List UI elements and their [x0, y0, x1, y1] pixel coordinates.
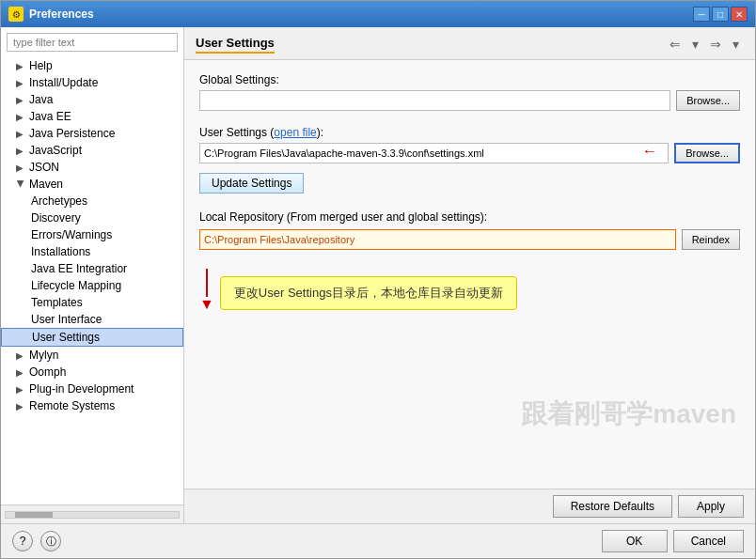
local-repo-row: Reindex	[199, 229, 740, 250]
ok-button[interactable]: OK	[602, 530, 668, 552]
global-settings-label: Global Settings:	[199, 73, 740, 86]
sidebar-label: Help	[29, 59, 53, 72]
nav-buttons: ⇐ ▾ ⇒ ▾	[665, 35, 744, 54]
minimize-button[interactable]: ─	[693, 7, 710, 22]
nav-forward-button[interactable]: ⇒	[705, 35, 726, 54]
right-panel: User Settings ⇐ ▾ ⇒ ▾ Global Settings: B…	[184, 27, 755, 523]
expand-arrow: ▶	[16, 61, 25, 71]
sidebar-label: Plug-in Development	[29, 382, 134, 396]
user-settings-suffix: ):	[317, 126, 323, 139]
sidebar: ▶ Help ▶ Install/Update ▶ Java ▶ Java EE…	[1, 27, 184, 523]
annotation-group: ▼ 更改User Settings目录后，本地仓库目录自动更新	[199, 265, 740, 312]
expand-arrow: ▶	[16, 179, 26, 189]
local-repo-group: Local Repository (From merged user and g…	[199, 210, 740, 250]
help-button[interactable]: ?	[12, 531, 33, 551]
sidebar-label: Mylyn	[29, 349, 58, 362]
expand-arrow: ▶	[16, 367, 25, 378]
update-settings-button[interactable]: Update Settings	[199, 173, 304, 194]
user-settings-input[interactable]	[199, 143, 669, 163]
apply-button[interactable]: Apply	[678, 495, 744, 518]
browse-user-button[interactable]: Browse...	[674, 143, 740, 163]
local-repo-label: Local Repository (From merged user and g…	[199, 210, 740, 224]
expand-arrow: ▶	[16, 129, 25, 139]
sidebar-label: User Settings	[32, 331, 100, 344]
global-settings-input[interactable]	[199, 90, 670, 111]
panel-title: User Settings	[196, 36, 275, 54]
sidebar-item-plugin-dev[interactable]: ▶ Plug-in Development	[1, 380, 183, 397]
sidebar-item-maven[interactable]: ▶ Maven	[1, 176, 183, 193]
sidebar-item-templates[interactable]: Templates	[1, 294, 183, 311]
sidebar-label: JavaScript	[29, 144, 82, 157]
arrow-down-icon: ▼	[199, 297, 214, 312]
sidebar-label: Lifecycle Mapping	[31, 279, 121, 292]
sidebar-label: Java EE Integratior	[31, 262, 127, 275]
user-settings-group: User Settings (open file): Browse...	[199, 126, 740, 163]
maximize-button[interactable]: □	[712, 7, 729, 22]
restore-defaults-button[interactable]: Restore Defaults	[553, 495, 672, 518]
window-icon: ⚙	[8, 7, 24, 22]
expand-arrow: ▶	[16, 112, 25, 122]
sidebar-item-errors-warnings[interactable]: Errors/Warnings	[1, 226, 183, 243]
sidebar-item-java-ee-integration[interactable]: Java EE Integratior	[1, 260, 183, 277]
nav-forward-dropdown-button[interactable]: ▾	[728, 35, 744, 54]
sidebar-item-remote-systems[interactable]: ▶ Remote Systems	[1, 397, 183, 414]
annotation-box: 更改User Settings目录后，本地仓库目录自动更新	[220, 276, 517, 310]
sidebar-label: Remote Systems	[29, 399, 115, 412]
expand-arrow: ▶	[16, 146, 25, 156]
sidebar-label: Archetypes	[31, 194, 87, 208]
scroll-thumb	[15, 512, 53, 518]
horizontal-scrollbar[interactable]	[5, 511, 180, 519]
panel-action-bar: Restore Defaults Apply	[184, 489, 755, 523]
update-settings-group: Update Settings	[199, 169, 740, 194]
tree-area: ▶ Help ▶ Install/Update ▶ Java ▶ Java EE…	[1, 57, 183, 505]
nav-dropdown-button[interactable]: ▾	[687, 35, 703, 54]
main-content: ▶ Help ▶ Install/Update ▶ Java ▶ Java EE…	[1, 27, 755, 523]
sidebar-label: Errors/Warnings	[31, 228, 112, 241]
panel-body: Global Settings: Browse... User Settings…	[184, 60, 755, 489]
panel-header: User Settings ⇐ ▾ ⇒ ▾	[184, 27, 755, 60]
annotation-text: 更改User Settings目录后，本地仓库目录自动更新	[234, 286, 503, 300]
sidebar-item-javascript[interactable]: ▶ JavaScript	[1, 142, 183, 159]
sidebar-item-java-ee[interactable]: ▶ Java EE	[1, 108, 183, 125]
preferences-window: ⚙ Preferences ─ □ ✕ ▶ Help ▶ Install/Upd…	[0, 0, 756, 559]
reindex-button[interactable]: Reindex	[682, 229, 740, 250]
close-button[interactable]: ✕	[731, 7, 748, 22]
open-file-link[interactable]: open file	[274, 126, 316, 139]
arrow-down-indicator: ▼	[199, 265, 214, 312]
sidebar-item-user-settings[interactable]: User Settings	[1, 328, 183, 347]
sidebar-label: Java Persistence	[29, 127, 115, 140]
bottom-bar: ? ⓘ OK Cancel	[1, 523, 755, 558]
sidebar-label: Java EE	[29, 110, 71, 123]
browse-global-button[interactable]: Browse...	[676, 90, 740, 111]
user-settings-row: Browse...	[199, 143, 740, 163]
info-button[interactable]: ⓘ	[40, 531, 61, 551]
cancel-button[interactable]: Cancel	[673, 530, 744, 552]
filter-input[interactable]	[7, 33, 178, 52]
sidebar-item-user-interface[interactable]: User Interface	[1, 311, 183, 328]
expand-arrow: ▶	[16, 95, 25, 105]
title-bar-left: ⚙ Preferences	[8, 7, 94, 22]
expand-arrow: ▶	[16, 350, 25, 361]
sidebar-item-oomph[interactable]: ▶ Oomph	[1, 364, 183, 380]
sidebar-item-java-persistence[interactable]: ▶ Java Persistence	[1, 125, 183, 142]
sidebar-item-java[interactable]: ▶ Java	[1, 91, 183, 108]
sidebar-item-lifecycle-mapping[interactable]: Lifecycle Mapping	[1, 277, 183, 294]
sidebar-item-json[interactable]: ▶ JSON	[1, 159, 183, 176]
sidebar-label: Templates	[31, 296, 83, 309]
window-title: Preferences	[29, 8, 94, 21]
sidebar-bottom	[1, 505, 183, 523]
sidebar-label: User Interface	[31, 313, 102, 326]
sidebar-label: Discovery	[31, 211, 81, 225]
user-settings-label: User Settings (open file):	[199, 126, 740, 139]
nav-back-button[interactable]: ⇐	[665, 35, 685, 54]
user-settings-label-text: User Settings (	[199, 126, 274, 139]
sidebar-item-help[interactable]: ▶ Help	[1, 57, 183, 74]
sidebar-label: Oomph	[29, 365, 66, 379]
sidebar-item-installations[interactable]: Installations	[1, 243, 183, 260]
sidebar-item-mylyn[interactable]: ▶ Mylyn	[1, 347, 183, 364]
sidebar-item-archetypes[interactable]: Archetypes	[1, 193, 183, 210]
local-repo-input[interactable]	[199, 229, 676, 250]
sidebar-item-discovery[interactable]: Discovery	[1, 210, 183, 226]
sidebar-item-install-update[interactable]: ▶ Install/Update	[1, 74, 183, 91]
expand-arrow: ▶	[16, 384, 25, 395]
